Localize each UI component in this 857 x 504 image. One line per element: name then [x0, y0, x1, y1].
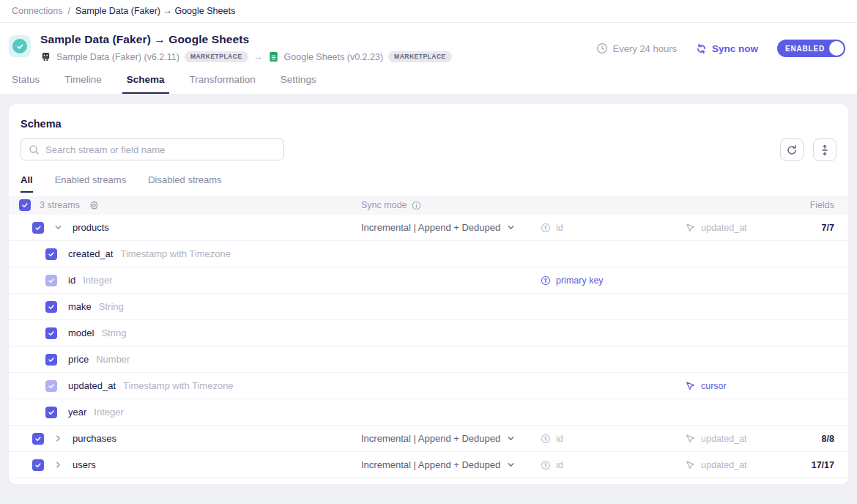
expand-stream-icon[interactable]	[54, 434, 62, 442]
streams-count: 3 streams	[40, 200, 80, 210]
schema-card: Schema	[9, 104, 848, 484]
cursor-value: updated_at	[685, 433, 747, 444]
schema-card-title: Schema	[21, 118, 836, 130]
field-type: Integer	[94, 407, 123, 418]
field-checkbox-year[interactable]	[45, 407, 57, 418]
field-checkbox-price[interactable]	[45, 354, 57, 366]
sync-now-button[interactable]: Sync now	[696, 43, 758, 54]
stream-filter-tabs: AllEnabled streamsDisabled streams	[9, 174, 848, 193]
enabled-toggle-label: ENABLED	[785, 45, 825, 53]
fields-count: 7/7	[822, 223, 834, 233]
stream-checkbox-purchases[interactable]	[32, 433, 44, 445]
field-name: updated_at	[68, 380, 116, 391]
nav-tab-status[interactable]: Status	[12, 74, 40, 94]
sync-mode-dropdown-icon[interactable]	[507, 434, 515, 442]
source-marketplace-badge: MARKETPLACE	[185, 51, 248, 62]
sync-mode-value[interactable]: Incremental | Append + Deduped	[361, 222, 500, 233]
sync-arrows-icon	[696, 43, 707, 54]
field-row-year: yearInteger	[9, 399, 848, 426]
stream-row-products: productsIncremental | Append + Dedupedid…	[9, 215, 848, 241]
refresh-icon	[786, 144, 798, 156]
page-content: Schema	[0, 94, 857, 493]
sync-mode-header: Sync mode	[361, 200, 407, 210]
page-title: Sample Data (Faker) → Google Sheets	[40, 33, 452, 46]
filter-tab-all[interactable]: All	[21, 174, 33, 193]
toggle-knob	[829, 41, 844, 56]
destination-name[interactable]: Google Sheets (v0.2.23)	[284, 52, 384, 62]
nav-tab-schema[interactable]: Schema	[127, 74, 165, 94]
streams-settings-gear-icon[interactable]	[89, 200, 100, 211]
connection-enabled-toggle[interactable]: ENABLED	[777, 40, 845, 57]
nav-tab-transformation[interactable]: Transformation	[190, 74, 256, 94]
field-type: Timestamp with Timezone	[123, 380, 234, 391]
breadcrumb: Connections / Sample Data (Faker) → Goog…	[0, 0, 857, 23]
sync-mode-value[interactable]: Incremental | Append + Deduped	[361, 459, 500, 470]
faker-source-icon	[40, 51, 51, 62]
expand-vertical-icon	[820, 144, 830, 156]
google-sheets-icon	[268, 51, 279, 62]
field-row-model: modelString	[9, 320, 848, 346]
sync-mode-dropdown-icon[interactable]	[507, 461, 515, 469]
connection-header: Sample Data (Faker) → Google Sheets Samp…	[0, 23, 857, 94]
field-name: created_at	[68, 248, 113, 259]
field-checkbox-updated_at[interactable]	[45, 380, 57, 392]
stream-checkbox-users[interactable]	[32, 459, 44, 471]
connection-status-icon	[9, 35, 31, 57]
field-row-created_at: created_atTimestamp with Timezone	[9, 241, 848, 267]
connection-nav-tabs: StatusTimelineSchemaTransformationSettin…	[0, 67, 857, 94]
breadcrumb-current: Sample Data (Faker) → Google Sheets	[75, 6, 235, 16]
expand-collapse-all-button[interactable]	[813, 138, 836, 161]
field-row-make: makeString	[9, 294, 848, 320]
field-type: Timestamp with Timezone	[120, 248, 231, 259]
filter-tab-enabled-streams[interactable]: Enabled streams	[55, 174, 127, 193]
field-name: price	[68, 354, 89, 365]
field-row-updated_at: updated_atTimestamp with Timezonecursor	[9, 373, 848, 399]
field-checkbox-id[interactable]	[45, 275, 57, 286]
breadcrumb-separator: /	[68, 6, 70, 16]
fields-count: 8/8	[822, 434, 834, 444]
field-type: String	[101, 327, 126, 338]
field-name: year	[68, 407, 86, 418]
cursor-value: updated_at	[685, 222, 747, 233]
clock-icon	[596, 42, 608, 54]
source-to-destination-arrow: →	[253, 51, 263, 62]
fields-header: Fields	[804, 200, 848, 210]
stream-name: users	[73, 459, 96, 470]
select-all-streams-checkbox[interactable]	[19, 199, 31, 211]
primary-key-tag: primary key	[541, 275, 604, 286]
field-row-price: priceNumber	[9, 346, 848, 373]
field-name: make	[68, 301, 92, 312]
field-type: String	[99, 301, 124, 312]
search-input[interactable]	[45, 144, 276, 155]
sync-mode-value[interactable]: Incremental | Append + Deduped	[361, 433, 500, 444]
search-icon	[29, 144, 40, 155]
field-checkbox-make[interactable]	[45, 301, 57, 313]
field-checkbox-model[interactable]	[45, 327, 57, 339]
destination-marketplace-badge: MARKETPLACE	[388, 51, 452, 62]
schedule-text: Every 24 hours	[613, 43, 677, 54]
source-name[interactable]: Sample Data (Faker) (v6.2.11)	[56, 52, 179, 62]
expand-stream-icon[interactable]	[54, 461, 62, 469]
field-type: Integer	[83, 275, 112, 286]
primary-key-value: id	[541, 223, 563, 233]
stream-row-purchases: purchasesIncremental | Append + Dedupedi…	[9, 426, 848, 452]
filter-tab-disabled-streams[interactable]: Disabled streams	[148, 174, 221, 193]
sync-mode-info-icon[interactable]	[412, 201, 421, 210]
stream-name: purchases	[73, 433, 116, 444]
collapse-stream-icon[interactable]	[54, 223, 62, 231]
nav-tab-timeline[interactable]: Timeline	[64, 74, 102, 94]
sync-schedule: Every 24 hours	[596, 42, 677, 54]
nav-tab-settings[interactable]: Settings	[281, 74, 316, 94]
cursor-tag: cursor	[685, 380, 727, 391]
check-icon	[12, 39, 27, 53]
field-checkbox-created_at[interactable]	[45, 248, 57, 260]
schema-search[interactable]	[21, 138, 284, 160]
field-name: id	[68, 275, 75, 286]
field-type: Number	[96, 354, 130, 365]
refresh-schema-button[interactable]	[780, 138, 804, 161]
primary-key-value: id	[541, 434, 563, 444]
breadcrumb-connections-link[interactable]: Connections	[12, 6, 63, 16]
sync-mode-dropdown-icon[interactable]	[507, 223, 515, 231]
stream-checkbox-products[interactable]	[32, 222, 44, 234]
primary-key-value: id	[541, 460, 563, 470]
